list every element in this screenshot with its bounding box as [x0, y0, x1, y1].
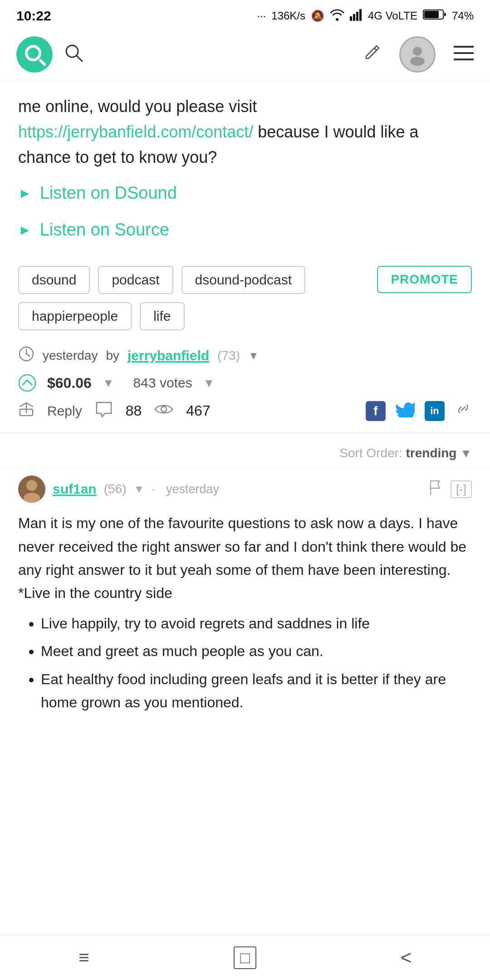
user-avatar[interactable] [399, 36, 436, 73]
post-author-link[interactable]: jerrybanfield [127, 348, 209, 363]
comment-author-rep: (56) [104, 482, 127, 496]
nav-right [363, 36, 474, 73]
promote-button[interactable]: PROMOTE [377, 266, 472, 293]
play-source-icon: ► [18, 222, 32, 238]
tag-life[interactable]: life [140, 302, 184, 330]
play-dsound-icon: ► [18, 186, 32, 201]
action-bar: Reply 88 467 f in [0, 392, 490, 433]
contact-link[interactable]: https://jerrybanfield.com/contact/ [18, 122, 253, 141]
listen-dsound-label: Listen on DSound [40, 183, 177, 203]
comment-header: suf1an (56) ▼ · yesterday [-] [18, 475, 472, 503]
link-share-icon[interactable] [455, 400, 472, 421]
content-area: me online, would you please visit https:… [0, 80, 490, 240]
flag-icon[interactable] [429, 480, 441, 499]
svg-point-7 [28, 48, 39, 59]
reply-label: Reply [47, 403, 82, 419]
search-icon[interactable] [64, 43, 83, 67]
comment-text-side: *Live in the country side [18, 582, 472, 605]
bottom-back-icon[interactable]: < [388, 947, 424, 969]
status-time: 10:22 [16, 8, 51, 24]
svg-rect-1 [353, 14, 355, 21]
vote-amount-dropdown[interactable]: ▼ [103, 376, 114, 390]
post-by: by [106, 348, 119, 363]
comment-text-intro: Man it is my one of the favourite questi… [18, 512, 472, 582]
intro-partial: me online, would you please visit [18, 97, 257, 116]
status-bar: 10:22 ··· 136K/s 🔕 4G VoLTE [0, 0, 490, 29]
dollar-amount: $60.06 [47, 375, 92, 392]
sort-value[interactable]: trending [406, 446, 456, 460]
svg-point-24 [26, 480, 37, 491]
votes-count: 843 votes [133, 375, 192, 391]
listen-source-link[interactable]: ► Listen on Source [18, 220, 472, 240]
comments-count: 88 [126, 402, 142, 419]
listen-dsound-link[interactable]: ► Listen on DSound [18, 183, 472, 203]
tag-happierpeople[interactable]: happierpeople [18, 302, 132, 330]
comment-body: Man it is my one of the favourite questi… [18, 512, 472, 714]
svg-line-18 [26, 354, 29, 356]
comment-bullet-2: Meet and greet as much people as you can… [41, 640, 472, 663]
app-logo[interactable] [16, 36, 53, 73]
views-count: 467 [186, 402, 210, 419]
top-nav [0, 29, 490, 80]
comment-author-link[interactable]: suf1an [53, 481, 97, 497]
clock-icon [18, 346, 34, 366]
bottom-home-icon[interactable]: □ [234, 946, 256, 969]
collapse-comment-button[interactable]: [-] [451, 480, 472, 498]
svg-point-11 [413, 47, 422, 56]
author-dropdown-icon[interactable]: ▼ [248, 349, 259, 362]
votes-dropdown[interactable]: ▼ [203, 376, 215, 390]
network-speed: 136K/s [271, 10, 305, 22]
comment-time: yesterday [166, 482, 219, 496]
listen-source-label: Listen on Source [40, 220, 169, 240]
sort-label: Sort Order: [339, 446, 402, 460]
svg-line-9 [77, 56, 82, 61]
comment-author-dropdown[interactable]: ▼ [134, 483, 145, 495]
share-icon[interactable] [18, 401, 34, 421]
svg-line-10 [374, 48, 377, 50]
bottom-menu-icon[interactable]: ≡ [66, 947, 102, 968]
svg-point-22 [161, 407, 167, 412]
edit-icon[interactable] [363, 44, 381, 66]
post-author-rep: (73) [217, 348, 240, 363]
signal-icon [350, 8, 363, 24]
vote-area: $60.06 ▼ 843 votes ▼ [0, 366, 490, 392]
battery-icon [423, 9, 446, 23]
twitter-share-icon[interactable] [396, 400, 415, 421]
tags-area: dsound podcast dsound-podcast PROMOTE ha… [0, 257, 490, 335]
social-icons: f in [366, 400, 472, 421]
linkedin-share-icon[interactable]: in [425, 401, 445, 421]
comment-item: suf1an (56) ▼ · yesterday [-] Man it is … [0, 468, 490, 736]
tag-dsound-podcast[interactable]: dsound-podcast [181, 266, 306, 294]
status-dots: ··· [257, 10, 266, 22]
post-meta: yesterday by jerrybanfield (73) ▼ [0, 335, 490, 366]
svg-point-12 [410, 57, 425, 66]
tag-podcast[interactable]: podcast [98, 266, 173, 294]
upvote-button[interactable] [18, 374, 36, 392]
mute-icon: 🔕 [311, 10, 324, 22]
bottom-nav: ≡ □ < [0, 935, 490, 980]
signal-type: 4G VoLTE [368, 10, 417, 22]
status-right: ··· 136K/s 🔕 4G VoLTE [257, 8, 474, 24]
comment-icon [95, 401, 113, 421]
battery-percent: 74% [452, 10, 474, 22]
wifi-icon [330, 8, 344, 24]
comment-bullet-3: Eat healthy food including green leafs a… [41, 668, 472, 714]
svg-rect-0 [350, 16, 352, 21]
eye-icon [154, 402, 173, 420]
sort-dropdown-icon[interactable]: ▼ [460, 446, 472, 460]
svg-rect-3 [359, 9, 362, 21]
comment-bullet-list: Live happily, try to avoid regrets and s… [18, 612, 472, 714]
svg-rect-5 [424, 11, 439, 18]
hamburger-menu-icon[interactable] [454, 44, 474, 64]
tag-dsound[interactable]: dsound [18, 266, 90, 294]
svg-rect-2 [356, 12, 358, 21]
comment-actions: [-] [429, 480, 472, 499]
intro-text: me online, would you please visit https:… [18, 94, 472, 170]
svg-point-19 [19, 375, 35, 391]
comment-avatar [18, 475, 45, 503]
sort-area: Sort Order: trending ▼ [0, 433, 490, 468]
post-time: yesterday [43, 348, 98, 363]
reply-button[interactable]: Reply [47, 403, 82, 419]
facebook-share-icon[interactable]: f [366, 401, 386, 421]
comment-bullet-1: Live happily, try to avoid regrets and s… [41, 612, 472, 635]
